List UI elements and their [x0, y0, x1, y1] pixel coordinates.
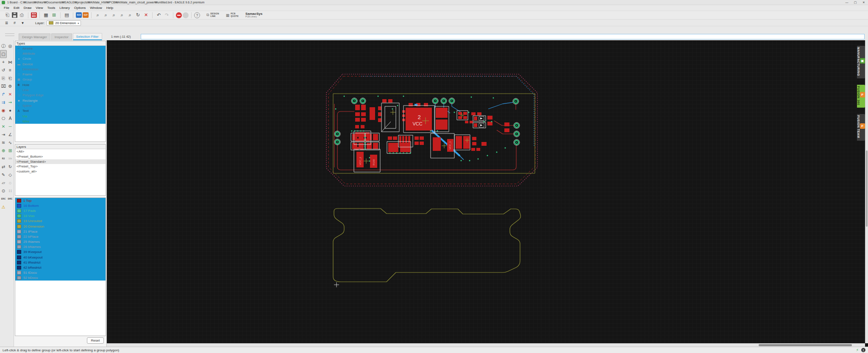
- type-row[interactable]: ↔ Dimension: [15, 67, 106, 72]
- vertical-scrollbar[interactable]: [865, 40, 868, 343]
- value-icon[interactable]: 10k: [7, 155, 14, 163]
- panel-grip[interactable]: [5, 33, 14, 36]
- ulp-icon[interactable]: ULP: [83, 12, 89, 18]
- align-icon[interactable]: ≡: [7, 66, 14, 74]
- reset-button[interactable]: Reset: [87, 337, 104, 344]
- type-row[interactable]: ♢ Attribute: [15, 51, 106, 56]
- smash-icon[interactable]: ✎: [0, 171, 7, 179]
- miter-icon[interactable]: ∠: [7, 131, 14, 139]
- change-icon[interactable]: ⚙: [7, 82, 14, 90]
- layer-set-row[interactable]: <custom_all>: [15, 169, 106, 174]
- erc-icon[interactable]: ERC: [0, 195, 7, 203]
- type-row[interactable]: ◉ Hole: [15, 82, 106, 87]
- display-layers-icon[interactable]: ≣: [3, 20, 10, 26]
- menu-item[interactable]: Help: [104, 6, 115, 11]
- polygon-icon[interactable]: ⎔: [0, 114, 7, 122]
- tab-selection-filter[interactable]: Selection Filter: [73, 33, 102, 40]
- meander-icon[interactable]: ≋: [0, 139, 7, 147]
- layer-row[interactable]: 19 Unrouted: [15, 219, 106, 224]
- pcb-quote-button[interactable]: ▦ PCB QUOTE: [226, 13, 239, 18]
- horizontal-scrollbar[interactable]: [107, 343, 865, 347]
- text-icon[interactable]: A: [7, 114, 14, 122]
- layer-row[interactable]: 39 tKeepout: [15, 250, 106, 255]
- layer-row[interactable]: 40 bKeepout: [15, 255, 106, 260]
- sch-brd-toggle-icon[interactable]: SCH BRD: [31, 12, 37, 18]
- mirror-icon[interactable]: ⋈: [7, 58, 14, 66]
- alert-icon[interactable]: !: [861, 348, 865, 352]
- via-icon[interactable]: ◉: [0, 106, 7, 114]
- layer-row[interactable]: 18 Vias: [15, 214, 106, 219]
- menu-item[interactable]: Library: [57, 6, 72, 11]
- type-row[interactable]: ∕ Line: [15, 87, 106, 92]
- minimize-button[interactable]: —: [843, 0, 851, 5]
- type-row[interactable]: ◦ Via: [15, 114, 106, 119]
- tab-design-manager[interactable]: Design Manager: [19, 33, 50, 40]
- signal-icon[interactable]: ∿: [7, 139, 14, 147]
- menu-item[interactable]: Edit: [11, 6, 22, 11]
- layer-row[interactable]: 25 tNames: [15, 239, 106, 245]
- close-button[interactable]: ✕: [860, 0, 868, 5]
- eye-icon[interactable]: ◎: [7, 42, 14, 50]
- copy-icon[interactable]: ⎘: [0, 74, 7, 82]
- layer-row[interactable]: 16 Bottom: [15, 203, 106, 208]
- type-row[interactable]: ⎔ Polygon Edge: [15, 93, 106, 98]
- ripup-icon[interactable]: ✕: [7, 90, 14, 98]
- refresh-icon[interactable]: ↻: [134, 11, 142, 19]
- layer-row[interactable]: 41 tRestrict: [15, 260, 106, 265]
- tab-fusion-360[interactable]: F FUSION 360: [857, 85, 865, 108]
- type-row[interactable]: ∿ Spline: [15, 103, 106, 108]
- zoom-out-icon[interactable]: ⌕: [110, 11, 117, 19]
- wire-icon[interactable]: ─: [7, 122, 14, 131]
- tab-fusion-team[interactable]: F FUSION TEAM: [857, 114, 865, 141]
- filter-icon[interactable]: ▼: [19, 20, 26, 26]
- type-row[interactable]: ● Circle: [15, 56, 106, 61]
- type-row[interactable]: ■ Rectangle: [15, 98, 106, 103]
- menu-item[interactable]: Window: [88, 6, 104, 11]
- layer-set-row[interactable]: <Preset_Top>: [15, 164, 106, 169]
- menu-item[interactable]: Tools: [45, 6, 58, 11]
- layer-row[interactable]: 20 Dimension: [15, 224, 106, 229]
- move-icon[interactable]: +: [0, 58, 7, 66]
- layer-row[interactable]: 17 Pads: [15, 208, 106, 213]
- pinswap-icon[interactable]: ⇄: [0, 163, 7, 171]
- stop-icon[interactable]: [176, 12, 182, 18]
- type-row[interactable]: ─ Airwire: [15, 46, 106, 51]
- maximize-button[interactable]: ▢: [851, 0, 860, 5]
- menu-item[interactable]: View: [33, 6, 45, 11]
- horizontal-scrollbar-thumb[interactable]: [759, 344, 852, 346]
- info-icon[interactable]: ⓘ: [0, 42, 7, 50]
- grid-icon[interactable]: #: [11, 20, 18, 26]
- gateswap-icon[interactable]: ↻: [7, 163, 14, 171]
- redo-icon[interactable]: ↷: [163, 11, 170, 19]
- save-icon[interactable]: [12, 12, 17, 18]
- type-row[interactable]: A Text: [15, 108, 106, 114]
- board-icon[interactable]: ▦: [42, 11, 50, 19]
- tab-manufacturing[interactable]: ▣ MANUFACTURING: [857, 46, 865, 78]
- layer-set-row[interactable]: <All>: [15, 149, 106, 154]
- print-icon[interactable]: ⎙: [18, 11, 25, 19]
- rotate-icon[interactable]: ↺: [0, 66, 7, 74]
- unroute-icon[interactable]: ⇝: [7, 98, 14, 106]
- run-icon[interactable]: [183, 12, 189, 18]
- vertical-scrollbar-thumb[interactable]: [866, 150, 868, 227]
- new-board-icon[interactable]: ⊞: [50, 11, 58, 19]
- net-icon[interactable]: ✕: [0, 122, 7, 131]
- route-icon[interactable]: ↱: [0, 90, 7, 98]
- samacsys-logo[interactable]: SamacSys PCB Library: [245, 12, 262, 18]
- optimize-icon[interactable]: ◌: [7, 179, 14, 187]
- board-canvas[interactable]: 2 VCC VCC_2 R160 VCC_1 ▣ MANUFAC: [107, 40, 868, 347]
- scr-script-icon[interactable]: SCR: [76, 12, 82, 18]
- drc-icon[interactable]: DRC: [7, 195, 14, 203]
- layer-row[interactable]: 52 bDocu: [15, 275, 106, 281]
- layer-row[interactable]: 1 Top: [15, 198, 106, 203]
- type-row[interactable]: ▬ Device: [15, 61, 106, 67]
- zoom-select-icon[interactable]: ⌕: [126, 11, 134, 19]
- open-icon[interactable]: ⎗: [4, 11, 11, 19]
- dimension-tool-icon[interactable]: ∷: [7, 187, 14, 195]
- pad-icon[interactable]: ●: [7, 106, 14, 114]
- paste-icon[interactable]: ⎗: [7, 74, 14, 82]
- layer-set-row[interactable]: <Preset_Standard>: [15, 159, 106, 164]
- zoom-redraw-icon[interactable]: ⌕: [118, 11, 125, 19]
- delete-icon[interactable]: ⌧: [0, 82, 7, 90]
- menu-item[interactable]: Draw: [22, 6, 34, 11]
